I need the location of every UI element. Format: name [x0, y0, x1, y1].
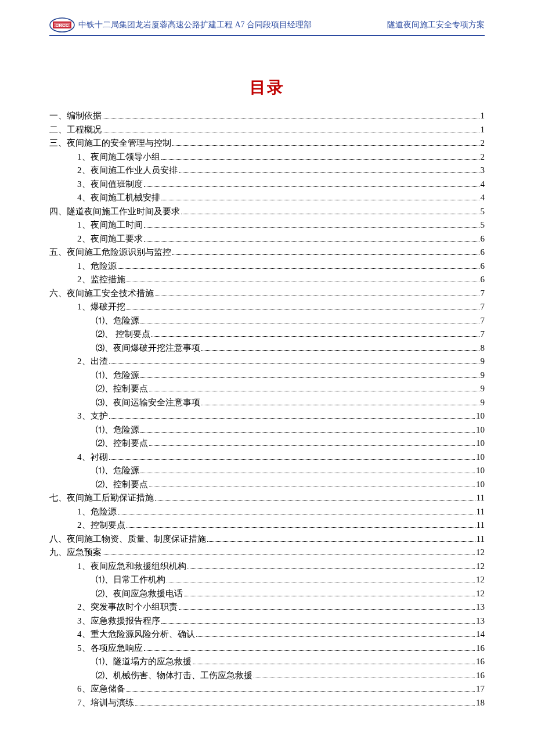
toc-entry-text: ⑵、 控制要点: [96, 327, 150, 341]
toc-entry[interactable]: 八、夜间施工物资、质量、制度保证措施11: [49, 532, 485, 546]
toc-entry[interactable]: 3、应急救援报告程序13: [49, 614, 485, 628]
toc-entry[interactable]: 五、夜间施工危险源识别与监控6: [49, 246, 485, 259]
toc-entry[interactable]: 2、监控措施6: [49, 273, 485, 286]
toc-entry[interactable]: 6、应急储备17: [49, 682, 485, 696]
toc-entry[interactable]: ⑴、隧道塌方的应急救援16: [49, 655, 485, 668]
toc-entry[interactable]: 4、衬砌10: [49, 451, 485, 464]
toc-entry-text: 2、夜间施工作业人员安排: [77, 164, 178, 177]
toc-entry[interactable]: ⑴、危险源10: [49, 423, 485, 437]
toc-entry[interactable]: ⑶、夜间爆破开挖注意事项8: [49, 341, 485, 355]
toc-leader-dots: [172, 254, 479, 255]
toc-leader-dots: [155, 296, 479, 296]
toc-leader-dots: [187, 568, 475, 569]
toc-entry-text: ⑴、危险源: [96, 314, 139, 327]
toc-leader-dots: [155, 500, 475, 501]
toc-entry-text: ⑴、隧道塌方的应急救援: [96, 655, 192, 668]
toc-entry-page: 8: [481, 341, 485, 355]
header-right-text: 隧道夜间施工安全专项方案: [387, 20, 485, 30]
toc-entry[interactable]: 7、培训与演练18: [49, 696, 485, 710]
toc-entry[interactable]: ⑴、日常工作机构12: [49, 573, 485, 586]
toc-entry-page: 10: [476, 464, 485, 477]
toc-entry-text: 1、危险源: [77, 260, 117, 273]
toc-entry-page: 6: [481, 273, 485, 286]
toc-entry[interactable]: 4、夜间施工机械安排4: [49, 191, 485, 204]
toc-entry[interactable]: 二、工程概况1: [49, 123, 485, 136]
toc-leader-dots: [127, 282, 479, 282]
toc-entry-text: 4、夜间施工机械安排: [77, 191, 160, 204]
toc-leader-dots: [109, 418, 475, 419]
toc-entry[interactable]: 一、编制依据1: [49, 109, 485, 123]
toc-leader-dots: [109, 363, 479, 364]
toc-entry[interactable]: ⑴、危险源10: [49, 464, 485, 477]
toc-entry-text: ⑴、危险源: [96, 464, 139, 477]
toc-entry[interactable]: 5、各项应急响应16: [49, 642, 485, 655]
toc-entry[interactable]: 2、夜间施工作业人员安排3: [49, 164, 485, 177]
toc-entry-page: 7: [481, 327, 485, 341]
toc-entry[interactable]: ⑵、控制要点9: [49, 382, 485, 395]
table-of-contents: 一、编制依据1二、工程概况1三、夜间施工的安全管理与控制21、夜间施工领导小组2…: [49, 109, 485, 709]
toc-entry-page: 10: [476, 451, 485, 464]
toc-entry[interactable]: 1、爆破开挖7: [49, 300, 485, 314]
toc-leader-dots: [184, 596, 475, 596]
toc-entry[interactable]: ⑴、危险源7: [49, 314, 485, 327]
toc-entry[interactable]: 3、支护10: [49, 409, 485, 423]
toc-entry-text: 2、监控措施: [77, 273, 125, 286]
toc-entry[interactable]: 2、突发事故时个小组职责13: [49, 600, 485, 614]
toc-entry[interactable]: ⑵、控制要点10: [49, 437, 485, 450]
toc-entry[interactable]: 1、夜间施工时间5: [49, 218, 485, 232]
toc-entry-page: 11: [477, 532, 485, 546]
toc-entry[interactable]: ⑴、危险源9: [49, 369, 485, 382]
toc-leader-dots: [127, 691, 475, 692]
toc-leader-dots: [179, 609, 475, 610]
toc-entry[interactable]: 1、夜间施工领导小组2: [49, 150, 485, 164]
toc-entry-text: 八、夜间施工物资、质量、制度保证措施: [49, 532, 206, 546]
toc-leader-dots: [140, 432, 475, 433]
toc-leader-dots: [103, 555, 475, 555]
toc-entry[interactable]: 七、夜间施工后勤保证措施11: [49, 491, 485, 505]
toc-entry[interactable]: ⑶、夜间运输安全注意事项9: [49, 396, 485, 409]
toc-entry[interactable]: 三、夜间施工的安全管理与控制2: [49, 136, 485, 150]
toc-entry-text: 4、衬砌: [77, 451, 108, 464]
company-logo-icon: CRCC: [49, 17, 75, 33]
toc-entry-page: 7: [481, 300, 485, 314]
toc-entry-text: 七、夜间施工后勤保证措施: [49, 491, 154, 505]
toc-entry-text: ⑴、日常工作机构: [96, 573, 165, 586]
toc-entry[interactable]: ⑵、控制要点10: [49, 478, 485, 491]
toc-entry-page: 12: [476, 546, 485, 559]
toc-entry-text: 5、各项应急响应: [77, 642, 143, 655]
toc-entry-page: 16: [476, 642, 485, 655]
toc-entry-text: 九、应急预案: [49, 546, 102, 559]
toc-entry[interactable]: 2、出渣9: [49, 355, 485, 368]
header-left-text: 中铁十二局集团龙岩厦蓉高速公路扩建工程 A7 合同段项目经理部: [78, 20, 312, 30]
toc-entry-page: 9: [481, 382, 485, 395]
toc-entry[interactable]: 1、夜间应急和救援组织机构12: [49, 560, 485, 573]
toc-entry-page: 10: [476, 437, 485, 450]
toc-entry-page: 2: [481, 136, 485, 150]
toc-leader-dots: [196, 636, 475, 637]
toc-leader-dots: [135, 705, 475, 705]
toc-entry[interactable]: ⑵、夜间应急救援电话12: [49, 587, 485, 600]
toc-entry-page: 13: [476, 614, 485, 628]
toc-entry[interactable]: 3、夜间值班制度4: [49, 178, 485, 191]
toc-entry[interactable]: ⑵、 控制要点7: [49, 327, 485, 341]
toc-entry-text: 3、夜间值班制度: [77, 178, 143, 191]
toc-entry[interactable]: 1、危险源11: [49, 505, 485, 519]
toc-entry[interactable]: 九、应急预案12: [49, 546, 485, 559]
toc-entry-page: 11: [477, 505, 485, 519]
toc-entry[interactable]: 2、夜间施工要求6: [49, 232, 485, 246]
toc-entry[interactable]: 2、控制要点11: [49, 519, 485, 532]
toc-entry[interactable]: 1、危险源6: [49, 260, 485, 273]
toc-entry-page: 11: [477, 491, 485, 505]
toc-entry-text: 7、培训与演练: [77, 696, 134, 710]
toc-title: 目录: [49, 77, 485, 99]
toc-entry-text: ⑵、夜间应急救援电话: [96, 587, 183, 600]
toc-entry-page: 6: [481, 260, 485, 273]
toc-entry-page: 3: [481, 164, 485, 177]
toc-entry[interactable]: 4、重大危险源风险分析、确认14: [49, 628, 485, 641]
toc-entry[interactable]: 四、隧道夜间施工作业时间及要求5: [49, 205, 485, 218]
toc-entry-page: 4: [481, 191, 485, 204]
toc-entry[interactable]: 六、夜间施工安全技术措施7: [49, 287, 485, 300]
header-divider: [49, 35, 485, 36]
toc-leader-dots: [149, 445, 475, 446]
toc-entry[interactable]: ⑵、机械伤害、物体打击、工伤应急救援16: [49, 669, 485, 682]
